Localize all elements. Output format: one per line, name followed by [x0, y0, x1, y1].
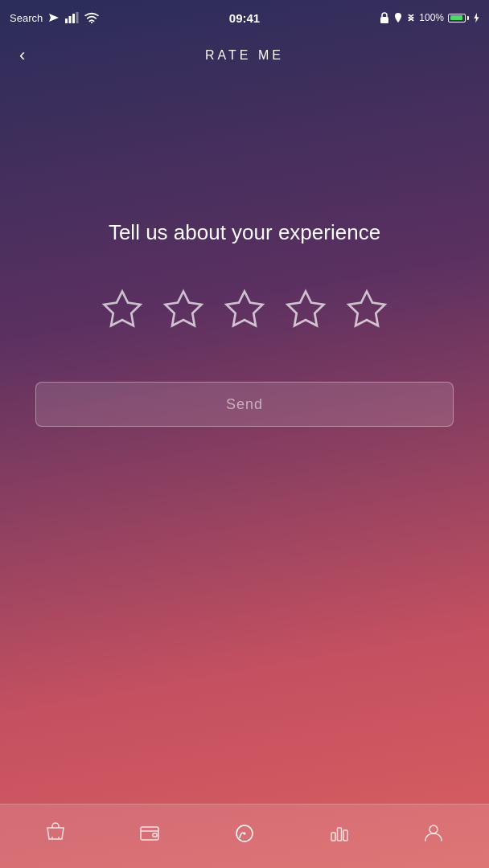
tab-shop[interactable]	[35, 815, 76, 850]
status-bar: Search 09:41 100%	[0, 0, 489, 35]
star-rating[interactable]	[98, 285, 391, 334]
status-left: Search	[10, 11, 99, 24]
send-button[interactable]: Send	[35, 382, 454, 427]
svg-point-4	[91, 22, 92, 23]
svg-rect-2	[72, 14, 75, 23]
status-right: 100%	[380, 12, 479, 23]
svg-point-11	[51, 837, 53, 838]
svg-rect-0	[65, 18, 68, 23]
tab-wallet[interactable]	[129, 815, 171, 850]
svg-rect-18	[337, 828, 341, 841]
back-app-label: Search	[10, 12, 43, 24]
svg-rect-19	[343, 830, 347, 841]
svg-marker-7	[166, 292, 202, 326]
back-button[interactable]: ‹	[13, 42, 31, 69]
main-content: Tell us about your experience	[0, 76, 489, 427]
tab-chart[interactable]	[318, 815, 360, 850]
svg-point-20	[429, 825, 438, 833]
charging-icon	[473, 12, 479, 23]
chart-icon	[328, 821, 351, 844]
svg-rect-14	[153, 833, 157, 837]
battery-pct: 100%	[419, 12, 444, 23]
star-1[interactable]	[98, 285, 146, 334]
shop-icon	[44, 821, 67, 844]
svg-rect-5	[380, 17, 388, 23]
svg-marker-8	[227, 292, 263, 326]
svg-rect-1	[69, 16, 72, 23]
page-title: RATE ME	[205, 48, 284, 63]
svg-marker-9	[288, 292, 324, 326]
tab-profile[interactable]	[413, 815, 454, 850]
signal-icon	[65, 12, 80, 23]
tab-bar	[0, 804, 489, 868]
lock-icon	[380, 12, 389, 23]
star-4[interactable]	[281, 285, 330, 334]
battery-icon	[448, 14, 469, 23]
status-time: 09:41	[229, 11, 260, 25]
tab-speed[interactable]	[224, 815, 265, 850]
bluetooth-icon	[407, 12, 415, 23]
location-icon	[393, 12, 403, 23]
nav-bar: ‹ RATE ME	[0, 35, 489, 76]
svg-point-16	[243, 832, 245, 834]
svg-marker-6	[105, 292, 141, 326]
star-2[interactable]	[159, 285, 208, 334]
svg-rect-17	[331, 833, 335, 841]
profile-icon	[422, 821, 445, 844]
airplane-icon	[47, 11, 60, 24]
speed-icon	[233, 821, 256, 844]
star-3[interactable]	[220, 285, 269, 334]
svg-marker-10	[349, 292, 385, 326]
wifi-icon	[84, 12, 99, 23]
star-5[interactable]	[343, 285, 391, 334]
wallet-icon	[138, 821, 161, 844]
svg-point-12	[58, 837, 60, 838]
tagline-text: Tell us about your experience	[92, 220, 397, 245]
svg-rect-3	[76, 12, 79, 23]
